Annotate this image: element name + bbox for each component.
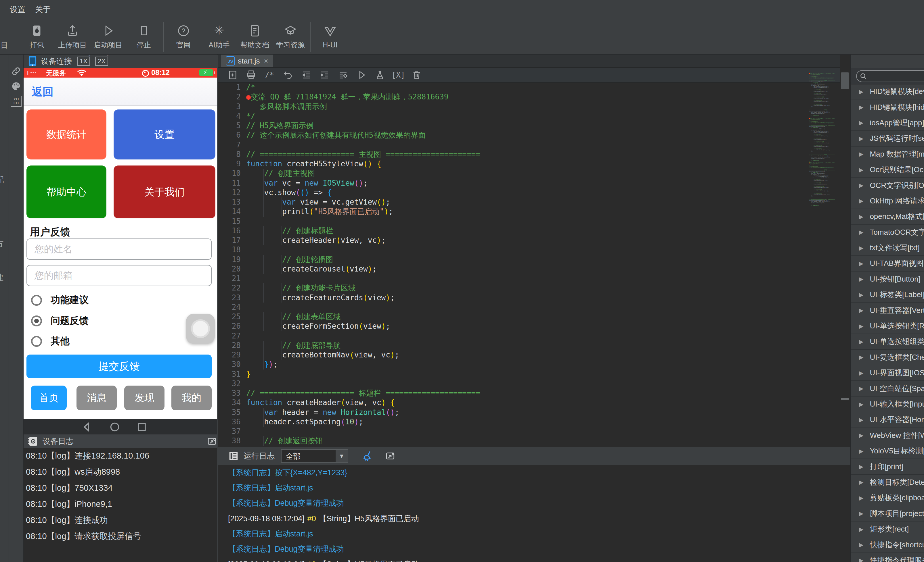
editor-tool-undo-icon[interactable]	[282, 69, 294, 81]
minimap[interactable]: /*🍎交流 QQ 群 711841924 群一，苹果内测群，528816639 …	[808, 72, 834, 267]
expand-arrow-icon[interactable]: ▶	[859, 182, 863, 189]
nav-recents-icon[interactable]	[136, 422, 147, 432]
bottom-nav-首页[interactable]: 首页	[31, 386, 67, 410]
bottom-nav-发现[interactable]: 发现	[124, 386, 165, 410]
run-log-list[interactable]: 【系统日志】按下{X=482,Y=1233}【系统日志】启动start.js【系…	[218, 465, 850, 562]
zoom-1x-button[interactable]: 1X”	[77, 57, 90, 66]
api-module-item[interactable]: ▶iosApp管理[app]	[851, 115, 924, 131]
api-module-item[interactable]: ▶opencv,Mat格式图	[851, 209, 924, 224]
expand-arrow-icon[interactable]: ▶	[859, 260, 863, 267]
expand-arrow-icon[interactable]: ▶	[859, 385, 863, 392]
expand-arrow-icon[interactable]: ▶	[859, 104, 863, 111]
expand-arrow-icon[interactable]: ▶	[859, 338, 863, 345]
expand-arrow-icon[interactable]: ▶	[859, 541, 863, 548]
api-module-item[interactable]: ▶HID键鼠模块[hid]	[851, 99, 924, 115]
api-module-item[interactable]: ▶剪贴板类[clipboar	[851, 490, 924, 506]
back-link[interactable]: 返回	[32, 84, 54, 99]
expand-arrow-icon[interactable]: ▶	[859, 510, 863, 517]
expand-arrow-icon[interactable]: ▶	[859, 229, 863, 236]
api-module-item[interactable]: ▶UI-TAB界面视图[T	[851, 256, 924, 271]
expand-arrow-icon[interactable]: ▶	[859, 369, 863, 377]
feature-button-设置[interactable]: 设置	[114, 109, 215, 160]
api-module-item[interactable]: ▶OkHttp 网络请求管	[851, 193, 924, 209]
editor-tool-flask-icon[interactable]	[374, 69, 386, 81]
clear-log-icon[interactable]	[362, 450, 374, 462]
expand-arrow-icon[interactable]: ▶	[859, 275, 863, 282]
expand-arrow-icon[interactable]: ▶	[859, 448, 863, 454]
submit-feedback-button[interactable]: 提交反馈	[27, 354, 212, 378]
phone-mirror-screen[interactable]: ❙••• 无服务 08:12 ⚡ 返回 用户反馈 提交反馈 数据统计设置帮助中心…	[24, 68, 217, 419]
expand-arrow-icon[interactable]: ▶	[859, 479, 863, 486]
tab-close-icon[interactable]: ×	[264, 57, 268, 66]
api-module-item[interactable]: ▶WebView 控件[We	[851, 428, 924, 443]
expand-arrow-icon[interactable]: ▶	[859, 526, 863, 533]
expand-arrow-icon[interactable]: ▶	[859, 291, 863, 298]
radio-其他[interactable]: 其他	[31, 335, 70, 348]
api-module-item[interactable]: ▶Ocr识别结果[OcrR	[851, 162, 924, 178]
api-module-item[interactable]: ▶Map 数据管理[map	[851, 146, 924, 162]
feature-button-帮助中心[interactable]: 帮助中心	[27, 166, 106, 218]
api-module-item[interactable]: ▶TomatoOCR文字识	[851, 225, 924, 240]
api-module-item[interactable]: ▶快捷指令代理服务[	[851, 553, 924, 562]
select-caret-icon[interactable]: ▼	[336, 450, 348, 462]
toolbar-button-AI助手[interactable]: ✳AI助手	[201, 24, 237, 50]
tab-start-js[interactable]: JS start.js ×	[221, 55, 273, 67]
yolo-icon[interactable]: YOLO	[10, 96, 22, 107]
feature-button-数据统计[interactable]: 数据统计	[27, 109, 106, 160]
log-filter-select[interactable]: 全部 ▼	[281, 449, 348, 463]
api-module-item[interactable]: ▶txt文件读写[txt]	[851, 240, 924, 256]
expand-arrow-icon[interactable]: ▶	[859, 416, 863, 423]
toolbar-button-停止[interactable]: 停止	[126, 24, 162, 50]
api-module-item[interactable]: ▶脚本项目[project]	[851, 506, 924, 522]
expand-arrow-icon[interactable]: ▶	[859, 166, 863, 173]
nav-back-icon[interactable]	[81, 422, 92, 432]
api-module-item[interactable]: ▶UI-单选按钮组类[R	[851, 334, 924, 350]
palette-icon[interactable]	[10, 81, 22, 92]
assistive-touch-button[interactable]	[186, 314, 215, 344]
api-module-item[interactable]: ▶打印[print]	[851, 459, 924, 474]
expand-arrow-icon[interactable]: ▶	[859, 401, 863, 408]
expand-arrow-icon[interactable]: ▶	[859, 213, 863, 220]
expand-arrow-icon[interactable]: ▶	[859, 354, 863, 360]
expand-arrow-icon[interactable]: ▶	[859, 197, 863, 204]
api-module-item[interactable]: ▶快捷指令[shortcut	[851, 537, 924, 553]
device-log-list[interactable]: 08:10【log】连接192.168.10.10608:10【log】ws启动…	[24, 448, 217, 562]
api-module-item[interactable]: ▶HID键鼠模块[devic	[851, 84, 924, 99]
feature-button-关于我们[interactable]: 关于我们	[114, 166, 215, 218]
text-input-1[interactable]: 您的邮箱	[27, 265, 212, 286]
expand-arrow-icon[interactable]: ▶	[859, 135, 863, 142]
code-area[interactable]: /*●交流 QQ 群 711841924 群一，苹果内测群，528816639 …	[218, 83, 805, 446]
toolbar-button-官网[interactable]: ?官网	[166, 24, 201, 50]
api-search-input[interactable]	[856, 70, 924, 82]
toolbar-button-上传项目[interactable]: 上传项目	[55, 24, 90, 50]
api-module-item[interactable]: ▶UI-标签类[Label]	[851, 287, 924, 303]
toolbar-button-帮助文档[interactable]: 帮助文档	[237, 24, 273, 50]
expand-arrow-icon[interactable]: ▶	[859, 495, 863, 501]
toolbar-button-学习资源[interactable]: 学习资源	[273, 24, 308, 50]
editor-tool-run-icon[interactable]	[356, 69, 367, 81]
toolbar-button-H-UI[interactable]: H-UI	[312, 25, 348, 49]
radio-功能建议[interactable]: 功能建议	[31, 294, 88, 306]
api-module-item[interactable]: ▶YoloV5目标检测[Y	[851, 443, 924, 459]
api-module-item[interactable]: ▶UI-空白站位[Space	[851, 381, 924, 396]
expand-arrow-icon[interactable]: ▶	[859, 307, 863, 314]
expand-arrow-icon[interactable]: ▶	[859, 151, 863, 157]
expand-arrow-icon[interactable]: ▶	[859, 432, 863, 439]
toolbar-button-打包[interactable]: 打包	[19, 24, 55, 50]
bottom-nav-消息[interactable]: 消息	[76, 386, 117, 410]
api-module-item[interactable]: ▶UI-按钮[Button]	[851, 272, 924, 287]
nav-home-icon[interactable]	[109, 422, 120, 432]
api-module-item[interactable]: ▶UI-单选按钮类[Rad	[851, 318, 924, 334]
device-log-popout-icon[interactable]	[203, 436, 213, 447]
zoom-2x-button[interactable]: 2X”	[95, 57, 108, 66]
text-input-0[interactable]: 您的姓名	[27, 239, 212, 260]
expand-arrow-icon[interactable]: ▶	[859, 88, 863, 95]
menu-item-1[interactable]: 关于	[35, 4, 51, 15]
editor-tool-print-icon[interactable]	[245, 69, 257, 81]
scrollbar-thumb[interactable]	[841, 72, 849, 89]
bottom-nav-我的[interactable]: 我的	[171, 386, 212, 410]
api-module-item[interactable]: ▶检测目标类[Detect	[851, 475, 924, 490]
api-module-item[interactable]: ▶矩形类[rect]	[851, 522, 924, 537]
link-icon[interactable]	[10, 66, 22, 77]
editor-tool-format-icon[interactable]	[338, 69, 349, 81]
